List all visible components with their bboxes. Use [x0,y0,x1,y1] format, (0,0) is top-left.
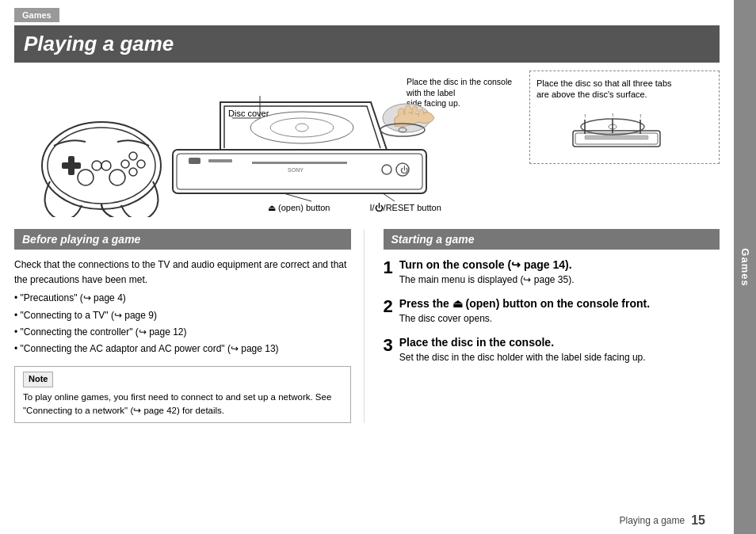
svg-point-8 [92,161,101,170]
before-section: Before playing a game Check that the con… [14,229,365,423]
page-title: Playing a game [24,32,710,56]
footer-text: Playing a game [619,515,685,526]
main-content: Games Playing a game Place the disc in t… [0,0,734,534]
note-box: Note To play online games, you first nee… [14,366,351,423]
step: 1 Turn on the console (↪ page 14). The m… [384,257,720,287]
disc-inset-box: Place the disc so that all three tabs ar… [529,71,720,164]
svg-point-10 [78,170,94,185]
svg-rect-3 [62,162,81,169]
svg-text:↑: ↑ [611,112,614,119]
button-labels: ⏏ (open) button I/⏻/RESET button [268,203,441,213]
reset-button-label: I/⏻/RESET button [370,203,441,213]
step-number: 3 [384,337,393,354]
svg-text:↑: ↑ [639,113,642,120]
disc-side-illustration: ↑ ↑ ↑ [536,105,712,157]
inset-description: Place the disc so that all three tabs ar… [536,78,712,101]
svg-point-7 [129,168,137,176]
page-footer: Playing a game 15 [619,513,705,528]
svg-point-5 [121,160,129,168]
side-tab: Games [734,0,756,534]
svg-point-16 [270,118,334,137]
page-title-bar: Playing a game [14,25,720,63]
step-title: Place the disc in the console. [399,335,720,349]
step-number: 2 [384,298,393,315]
svg-rect-25 [252,162,347,164]
before-section-body: Check that the connections to the TV and… [14,257,351,423]
step: 3 Place the disc in the console. Set the… [384,335,720,364]
note-label: Note [23,372,53,387]
svg-line-30 [284,193,311,201]
category-label: Games [14,8,59,22]
svg-rect-21 [189,158,200,164]
list-item: "Precautions" (↪ page 4) [14,291,351,306]
starting-section: Starting a game 1 Turn on the console (↪… [380,229,720,423]
before-items-list: "Precautions" (↪ page 4) "Connecting to … [14,291,351,357]
page-number: 15 [691,513,705,528]
step-title: Turn on the console (↪ page 14). [399,257,720,272]
side-tab-label: Games [739,248,751,286]
before-intro: Check that the connections to the TV and… [14,257,351,288]
list-item: "Connecting to a TV" (↪ page 9) [14,308,351,323]
step-description: The main menu is displayed (↪ page 35). [399,273,720,287]
svg-line-31 [383,193,395,201]
console-illustration: ⏻ SONY Disc cover [14,71,466,217]
step-description: Set the disc in the disc holder with the… [399,351,720,364]
svg-rect-22 [208,159,232,162]
svg-text:⏻: ⏻ [400,166,408,174]
svg-point-27 [382,165,391,174]
starting-section-body: 1 Turn on the console (↪ page 14). The m… [384,257,720,364]
svg-rect-34 [585,135,648,139]
svg-text:↑: ↑ [583,113,586,120]
step-number: 1 [384,259,393,277]
list-item: "Connecting the AC adaptor and AC power … [14,341,351,357]
svg-point-4 [129,152,137,160]
step-content: Turn on the console (↪ page 14). The mai… [399,257,720,287]
step-content: Place the disc in the console. Set the d… [399,335,720,364]
step-title: Press the ⏏ (open) button on the console… [399,296,720,311]
diagram-area: Place the disc in the console with the l… [14,63,720,229]
step-description: The disc cover opens. [399,312,720,326]
starting-section-header: Starting a game [384,229,720,250]
svg-point-17 [296,124,308,132]
sections-row: Before playing a game Check that the con… [14,229,720,423]
step-content: Press the ⏏ (open) button on the console… [399,296,720,326]
open-button-label: ⏏ (open) button [268,203,330,213]
step: 2 Press the ⏏ (open) button on the conso… [384,296,720,326]
svg-point-6 [137,160,145,168]
svg-point-9 [101,161,111,170]
svg-text:SONY: SONY [288,167,304,173]
list-item: "Connecting the controller" (↪ page 12) [14,325,351,340]
note-text: To play online games, you first need to … [23,391,342,418]
svg-point-11 [109,170,125,185]
disc-cover-label: Disc cover [228,109,269,118]
before-section-header: Before playing a game [14,229,351,250]
